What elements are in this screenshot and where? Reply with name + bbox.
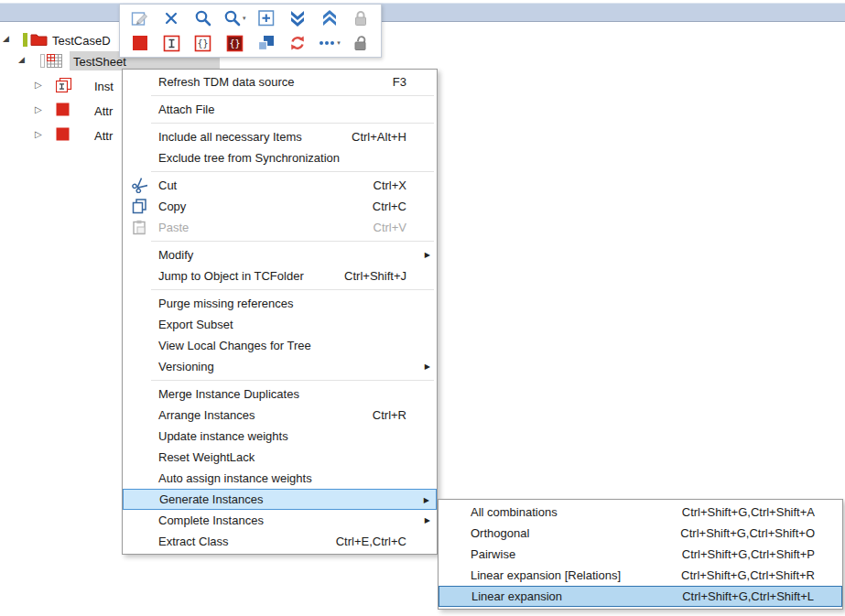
copy-icon	[129, 199, 149, 217]
menu-item-refresh-tdm[interactable]: Refresh TDM data source F3	[123, 71, 437, 92]
submenu-item-all-combinations[interactable]: All combinations Ctrl+Shift+G,Ctrl+Shift…	[439, 502, 842, 523]
menu-item-merge-duplicates[interactable]: Merge Instance Duplicates	[123, 384, 437, 405]
generate-instances-submenu: All combinations Ctrl+Shift+G,Ctrl+Shift…	[438, 499, 843, 610]
submenu-item-linear-expansion-relations[interactable]: Linear expansion [Relations] Ctrl+Shift+…	[439, 565, 842, 586]
more-ellipsis-icon	[318, 34, 336, 52]
menu-item-label: View Local Changes for Tree	[158, 339, 427, 352]
refresh-button[interactable]	[286, 31, 309, 55]
menu-item-label: Purge missing references	[158, 297, 427, 310]
sheet-grid-icon	[47, 53, 63, 71]
more-menu-button[interactable]: ▾	[318, 31, 341, 55]
expander-expanded-icon[interactable]: ◢	[18, 55, 25, 64]
edit-button[interactable]	[128, 6, 152, 30]
menu-item-view-local-changes[interactable]: View Local Changes for Tree	[123, 335, 437, 356]
menu-item-label: Complete Instances	[158, 513, 427, 527]
instance-button[interactable]	[159, 31, 183, 55]
submenu-item-pairwise[interactable]: Pairwise Ctrl+Shift+G,Ctrl+Shift+P	[439, 544, 842, 565]
expander-collapsed-icon[interactable]: ▷	[35, 129, 42, 139]
menu-separator	[151, 289, 434, 290]
zoom-menu-button[interactable]: ▾	[222, 6, 246, 30]
svg-text:{}: {}	[198, 38, 209, 49]
red-square-button[interactable]	[128, 31, 152, 55]
braces-filled-button[interactable]: {}	[222, 31, 246, 55]
menu-item-copy[interactable]: Copy Ctrl+C	[123, 196, 437, 217]
zoom-icon	[194, 9, 212, 27]
menu-item-generate-instances[interactable]: Generate Instances ▶	[123, 489, 437, 510]
add-frame-button[interactable]	[255, 6, 278, 30]
collapse-all-button[interactable]	[318, 6, 341, 30]
delete-button[interactable]	[159, 6, 183, 30]
menu-item-attach-file[interactable]: Attach File	[123, 99, 437, 120]
menu-item-reset-weightlack[interactable]: Reset WeightLack	[123, 447, 437, 468]
expand-all-button[interactable]	[286, 6, 309, 30]
expand-all-icon	[288, 9, 307, 27]
menu-item-label: Exclude tree from Synchronization	[158, 151, 427, 165]
menu-separator	[151, 241, 434, 242]
submenu-arrow-icon: ▶	[425, 251, 430, 259]
expander-expanded-icon[interactable]: ◢	[3, 34, 9, 43]
menu-item-label: Refresh TDM data source	[158, 75, 393, 89]
submenu-item-orthogonal[interactable]: Orthogonal Ctrl+Shift+G,Ctrl+Shift+O	[439, 523, 842, 544]
duplicate-button[interactable]	[255, 31, 278, 55]
context-menu: Refresh TDM data source F3 Attach File I…	[122, 69, 438, 555]
instance-icon	[56, 78, 72, 97]
menu-item-shortcut: Ctrl+E,Ctrl+C	[336, 535, 427, 548]
menu-item-shortcut: Ctrl+X	[374, 178, 427, 192]
menu-item-complete-instances[interactable]: Complete Instances ▶	[123, 510, 437, 531]
menu-item-label: Cut	[158, 178, 374, 192]
menu-item-paste[interactable]: Paste Ctrl+V	[123, 217, 437, 238]
add-frame-icon	[257, 9, 276, 27]
tree-item-label: TestCaseD	[52, 34, 111, 48]
menu-item-label: Export Subset	[158, 318, 427, 331]
menu-item-label: Jump to Object in TCFolder	[158, 269, 344, 283]
menu-item-shortcut: Ctrl+Shift+G,Ctrl+Shift+L	[682, 589, 814, 603]
delete-x-icon	[163, 10, 179, 27]
menu-item-auto-assign-weights[interactable]: Auto assign instance weights	[123, 468, 437, 489]
expander-collapsed-icon[interactable]: ▷	[35, 80, 42, 90]
attribute-icon	[56, 127, 70, 144]
menu-item-label: Update instance weights	[158, 429, 427, 443]
menu-item-label: Paste	[158, 221, 374, 234]
menu-item-label: Linear expansion [Relations]	[471, 568, 681, 582]
red-folder-icon	[30, 32, 48, 49]
menu-item-label: Copy	[158, 200, 373, 213]
attribute-icon	[56, 103, 70, 119]
menu-item-extract-class[interactable]: Extract Class Ctrl+E,Ctrl+C	[123, 531, 437, 552]
menu-item-label: Extract Class	[158, 535, 336, 548]
menu-item-label: Reset WeightLack	[158, 450, 427, 464]
menu-item-shortcut: Ctrl+Shift+J	[344, 269, 427, 283]
menu-item-versioning[interactable]: Versioning ▶	[123, 356, 437, 377]
menu-item-jump-to-object[interactable]: Jump to Object in TCFolder Ctrl+Shift+J	[123, 265, 437, 286]
menu-item-export-subset[interactable]: Export Subset	[123, 314, 437, 335]
lock-button[interactable]	[349, 6, 373, 30]
braces-filled-icon: {}	[226, 35, 244, 52]
menu-item-label: Pairwise	[471, 547, 682, 561]
lock-open-button[interactable]	[349, 31, 373, 55]
menu-item-label: Auto assign instance weights	[158, 471, 427, 485]
expander-collapsed-icon[interactable]: ▷	[35, 104, 42, 114]
menu-item-modify[interactable]: Modify ▶	[123, 244, 437, 265]
braces-button[interactable]: {}	[191, 31, 215, 55]
menu-item-cut[interactable]: Cut Ctrl+X	[123, 175, 437, 196]
cut-icon	[129, 178, 149, 196]
instance-box-icon	[163, 35, 180, 52]
collapse-all-icon	[320, 9, 339, 27]
tree-item-label: Attr	[94, 104, 113, 118]
menu-item-label: Versioning	[158, 360, 427, 373]
submenu-item-linear-expansion[interactable]: Linear expansion Ctrl+Shift+G,Ctrl+Shift…	[439, 586, 842, 607]
toolbar-row-1: ▾	[128, 5, 373, 30]
menu-item-shortcut: Ctrl+Shift+G,Ctrl+Shift+A	[682, 505, 815, 519]
menu-item-shortcut: Ctrl+Alt+H	[352, 130, 427, 144]
menu-item-update-weights[interactable]: Update instance weights	[123, 426, 437, 447]
menu-item-shortcut: F3	[393, 75, 427, 89]
menu-item-purge-missing[interactable]: Purge missing references	[123, 293, 437, 314]
submenu-arrow-icon: ▶	[425, 516, 430, 524]
tree-item-label: Inst	[94, 80, 114, 93]
menu-item-include-all[interactable]: Include all necessary Items Ctrl+Alt+H	[123, 126, 437, 147]
zoom-button[interactable]	[191, 6, 215, 30]
dropdown-caret-icon: ▾	[243, 15, 246, 22]
menu-item-exclude-tree[interactable]: Exclude tree from Synchronization	[123, 147, 437, 168]
svg-text:{}: {}	[229, 38, 240, 49]
menu-item-label: Attach File	[158, 103, 427, 116]
menu-item-arrange-instances[interactable]: Arrange Instances Ctrl+R	[123, 405, 437, 426]
